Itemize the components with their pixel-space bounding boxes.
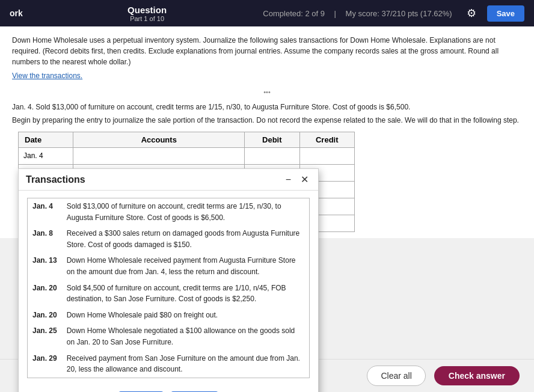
- list-item: Jan. 13Down Home Wholesale received paym…: [28, 253, 310, 280]
- credit-input[interactable]: [305, 152, 349, 161]
- ellipsis-text: •••: [263, 88, 271, 96]
- account-input[interactable]: [78, 152, 239, 161]
- view-transactions-link[interactable]: View the transactions.: [12, 72, 82, 80]
- debit-cell[interactable]: [245, 148, 299, 165]
- instructions-text: Down Home Wholesale uses a perpetual inv…: [12, 35, 522, 67]
- date-cell: Jan. 4: [19, 148, 73, 165]
- modal-title: Transactions: [26, 174, 85, 185]
- list-item: Jan. 4Sold $13,000 of furniture on accou…: [28, 198, 310, 226]
- question-title: Question: [35, 5, 260, 15]
- settings-button[interactable]: ⚙: [463, 5, 480, 21]
- debit-input[interactable]: [250, 152, 294, 161]
- question-part: Part 1 of 10: [35, 15, 260, 22]
- col-header-debit: Debit: [245, 132, 299, 148]
- transactions-modal: Transactions − ✕ Jan. 4Sold $13,000 of f…: [18, 168, 319, 392]
- completed-score: Completed: 2 of 9 | My score: 37/210 pts…: [259, 9, 455, 18]
- list-item: Jan. 8Received a $300 sales return on da…: [28, 225, 310, 253]
- modal-minimize-button[interactable]: −: [283, 174, 293, 185]
- credit-cell[interactable]: [299, 148, 354, 165]
- tx-date: Jan. 13: [28, 253, 62, 280]
- col-header-date: Date: [19, 132, 73, 148]
- save-button[interactable]: Save: [487, 5, 524, 22]
- modal-titlebar: Transactions − ✕: [19, 169, 318, 191]
- tx-text: Sold $13,000 of furniture on account, cr…: [62, 198, 310, 226]
- separator: |: [334, 9, 339, 18]
- work-label: ork: [10, 8, 23, 18]
- list-item: Jan. 25Down Home Wholesale negotiated a …: [28, 323, 310, 350]
- tx-text: Down Home Wholesale paid $80 on freight …: [62, 307, 310, 323]
- transaction-description: Jan. 4. Sold $13,000 of furniture on acc…: [12, 102, 522, 112]
- ellipsis-bar: •••: [12, 88, 522, 96]
- tx-date: Jan. 8: [28, 225, 62, 253]
- transactions-list: Jan. 4Sold $13,000 of furniture on accou…: [27, 198, 310, 378]
- list-item: Jan. 29Received payment from San Jose Fu…: [28, 351, 310, 378]
- top-header: ork Question Part 1 of 10 Completed: 2 o…: [0, 0, 534, 26]
- tx-text: Down Home Wholesale negotiated a $100 al…: [62, 323, 310, 350]
- modal-controls: − ✕: [283, 174, 311, 185]
- tx-date: Jan. 4: [28, 198, 62, 226]
- score-label: My score: 37/210 pts (17.62%): [346, 9, 452, 18]
- header-right: Completed: 2 of 9 | My score: 37/210 pts…: [259, 5, 524, 22]
- tx-text: Down Home Wholesale received payment fro…: [62, 253, 310, 280]
- clear-all-button[interactable]: Clear all: [367, 366, 425, 386]
- question-info: Question Part 1 of 10: [35, 5, 260, 22]
- completed-label: Completed: 2 of 9: [263, 9, 325, 18]
- list-item: Jan. 20Sold $4,500 of furniture on accou…: [28, 280, 310, 307]
- table-row: Jan. 4: [19, 148, 355, 165]
- tx-date: Jan. 20: [28, 307, 62, 323]
- tx-text: Received payment from San Jose Furniture…: [62, 351, 310, 378]
- tx-date: Jan. 29: [28, 351, 62, 378]
- col-header-credit: Credit: [299, 132, 354, 148]
- tx-text: Sold $4,500 of furniture on account, cre…: [62, 280, 310, 307]
- entry-instruction: Begin by preparing the entry to journali…: [12, 115, 522, 126]
- tx-text: Received a $300 sales return on damaged …: [62, 225, 310, 253]
- tx-date: Jan. 25: [28, 323, 62, 350]
- account-cell[interactable]: [73, 148, 245, 165]
- modal-bottom-buttons: Print Done: [19, 385, 318, 392]
- modal-body: Jan. 4Sold $13,000 of furniture on accou…: [19, 191, 318, 385]
- modal-close-button[interactable]: ✕: [298, 174, 311, 185]
- check-answer-button[interactable]: Check answer: [434, 366, 520, 385]
- col-header-accounts: Accounts: [73, 132, 245, 148]
- tx-date: Jan. 20: [28, 280, 62, 307]
- list-item: Jan. 20Down Home Wholesale paid $80 on f…: [28, 307, 310, 323]
